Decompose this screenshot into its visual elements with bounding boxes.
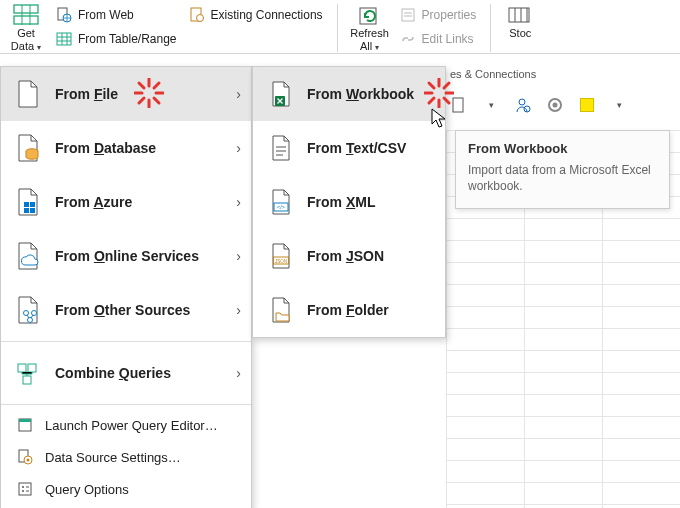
from-folder-item[interactable]: From Folder <box>253 283 445 337</box>
svg-rect-14 <box>402 9 414 21</box>
get-data-menu: From File › From Database › From Azure ›… <box>0 66 252 508</box>
svg-rect-36 <box>23 376 31 384</box>
svg-rect-1 <box>14 16 38 24</box>
svg-point-33 <box>28 318 33 323</box>
properties-icon <box>400 7 416 23</box>
from-azure-item[interactable]: From Azure › <box>1 175 251 229</box>
svg-point-41 <box>27 459 30 462</box>
menu-label: From Azure <box>55 194 222 210</box>
menu-separator <box>1 404 251 405</box>
from-web-button[interactable]: From Web <box>52 4 181 26</box>
svg-rect-38 <box>19 419 31 422</box>
svg-rect-27 <box>24 202 29 207</box>
svg-rect-30 <box>30 208 35 213</box>
tooltip-body: Import data from a Microsoft Excel workb… <box>468 162 657 194</box>
from-table-button[interactable]: From Table/Range <box>52 28 181 50</box>
ribbon-separator <box>490 4 491 52</box>
svg-text:</>: </> <box>277 204 285 210</box>
database-file-icon <box>15 133 41 163</box>
menu-label: From XML <box>307 194 375 210</box>
svg-rect-17 <box>509 8 529 22</box>
person-search-icon[interactable] <box>514 96 532 114</box>
from-file-item[interactable]: From File › <box>1 67 251 121</box>
ribbon: Get Data ▾ From Web From Table/Range Exi… <box>0 0 680 54</box>
tooltip-title: From Workbook <box>468 141 657 156</box>
chevron-right-icon: › <box>236 140 241 156</box>
existing-connections-button[interactable]: Existing Connections <box>185 4 327 26</box>
chevron-right-icon: › <box>236 194 241 210</box>
get-data-button[interactable]: Get Data ▾ <box>4 2 48 52</box>
combine-queries-item[interactable]: Combine Queries › <box>1 346 251 400</box>
svg-point-32 <box>32 311 37 316</box>
svg-point-22 <box>519 99 525 105</box>
from-file-submenu: From Workbook From Text/CSV </> From XML… <box>252 66 446 338</box>
json-file-icon: JSON <box>269 242 293 270</box>
launch-pq-editor-item[interactable]: Launch Power Query Editor… <box>1 409 251 441</box>
text-file-icon <box>269 134 293 162</box>
mini-caret-icon[interactable]: ▾ <box>610 96 628 114</box>
svg-rect-35 <box>28 364 36 372</box>
refresh-all-button[interactable]: Refresh All ▾ <box>348 2 392 52</box>
menu-label: From Text/CSV <box>307 140 406 156</box>
chevron-right-icon: › <box>236 302 241 318</box>
svg-rect-21 <box>453 98 463 112</box>
queries-connections-label: es & Connections <box>450 68 536 80</box>
svg-rect-0 <box>14 5 38 13</box>
from-xml-item[interactable]: </> From XML <box>253 175 445 229</box>
globe-file-icon <box>56 7 72 23</box>
get-data-label-2: Data ▾ <box>11 40 41 54</box>
query-options-icon <box>17 481 33 497</box>
menu-label: Combine Queries <box>55 365 222 381</box>
azure-file-icon <box>15 187 41 217</box>
svg-rect-6 <box>57 33 71 45</box>
from-text-csv-item[interactable]: From Text/CSV <box>253 121 445 175</box>
svg-rect-34 <box>18 364 26 372</box>
from-online-services-item[interactable]: From Online Services › <box>1 229 251 283</box>
from-database-item[interactable]: From Database › <box>1 121 251 175</box>
existing-connections-icon <box>189 7 205 23</box>
chevron-right-icon: › <box>236 365 241 381</box>
page-icon[interactable] <box>450 96 468 114</box>
from-other-sources-item[interactable]: From Other Sources › <box>1 283 251 337</box>
menu-label: From File <box>55 86 222 102</box>
menu-label: From Workbook <box>307 86 414 102</box>
from-json-item[interactable]: JSON From JSON <box>253 229 445 283</box>
svg-rect-42 <box>19 483 31 495</box>
highlight-swatch[interactable] <box>578 96 596 114</box>
page-caret-icon[interactable]: ▾ <box>482 96 500 114</box>
file-icon <box>15 79 41 109</box>
data-source-settings-item[interactable]: Data Source Settings… <box>1 441 251 473</box>
edit-links-icon <box>400 31 416 47</box>
query-options-item[interactable]: Query Options <box>1 473 251 505</box>
record-circle-icon[interactable] <box>546 96 564 114</box>
stocks-button[interactable]: Stoc <box>501 2 539 52</box>
menu-label: From Database <box>55 140 222 156</box>
from-workbook-item[interactable]: From Workbook <box>253 67 445 121</box>
xml-file-icon: </> <box>269 188 293 216</box>
chevron-right-icon: › <box>236 86 241 102</box>
svg-point-43 <box>22 486 24 488</box>
workbook-file-icon <box>269 80 293 108</box>
svg-rect-28 <box>30 202 35 207</box>
pq-editor-icon <box>17 417 33 433</box>
svg-rect-29 <box>24 208 29 213</box>
ribbon-separator <box>337 4 338 52</box>
other-sources-file-icon <box>15 295 41 325</box>
combine-icon <box>15 358 41 388</box>
menu-separator <box>1 341 251 342</box>
refresh-icon <box>357 4 383 26</box>
svg-point-45 <box>22 490 24 492</box>
edit-links-button: Edit Links <box>396 28 481 50</box>
get-data-icon <box>13 4 39 26</box>
svg-point-31 <box>24 311 29 316</box>
menu-label: From JSON <box>307 248 384 264</box>
menu-label: From Folder <box>307 302 389 318</box>
menu-label: From Other Sources <box>55 302 222 318</box>
svg-text:JSON: JSON <box>275 259 287 264</box>
table-icon <box>56 31 72 47</box>
data-source-settings-icon <box>17 449 33 465</box>
menu-label: From Online Services <box>55 248 222 264</box>
cloud-file-icon <box>15 241 41 271</box>
chevron-right-icon: › <box>236 248 241 264</box>
get-data-label-1: Get <box>17 27 35 39</box>
